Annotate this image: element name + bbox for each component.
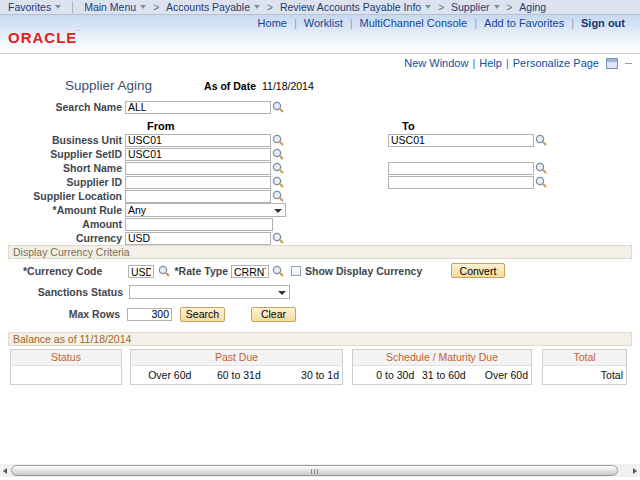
currency-lookup-icon[interactable] bbox=[272, 232, 285, 244]
supplier-id-from-input[interactable] bbox=[125, 176, 271, 189]
search-name-lookup-icon[interactable] bbox=[272, 101, 285, 113]
show-display-currency-checkbox[interactable] bbox=[291, 266, 301, 276]
breadcrumb-item-review-ap-info[interactable]: Review Accounts Payable Info bbox=[275, 1, 436, 13]
balance-grid: Status Past Due Over 60d 60 to 31d 30 to… bbox=[10, 349, 640, 385]
rate-type-input[interactable] bbox=[231, 265, 269, 278]
convert-button[interactable]: Convert bbox=[451, 263, 505, 278]
schedule-col-0to30: 0 to 30d bbox=[353, 366, 417, 384]
status-group-header: Status bbox=[11, 350, 121, 366]
help-link[interactable]: Help bbox=[476, 57, 505, 69]
amount-rule-select[interactable]: Any bbox=[125, 203, 286, 217]
breadcrumb-separator-icon: > bbox=[151, 2, 161, 13]
scrollbar-thumb[interactable] bbox=[11, 465, 618, 476]
supplier-id-to-lookup-icon[interactable] bbox=[535, 176, 548, 188]
breadcrumb-item-label: Review Accounts Payable Info bbox=[280, 1, 421, 13]
currency-criteria-row: *Currency Code *Rate Type Show Display C… bbox=[0, 263, 640, 279]
breadcrumb-separator-icon: > bbox=[265, 2, 275, 13]
business-unit-from-input[interactable] bbox=[125, 134, 271, 147]
short-name-to-input[interactable] bbox=[388, 162, 534, 175]
multichannel-console-link[interactable]: MultiChannel Console bbox=[353, 17, 475, 29]
from-to-header-row: From To bbox=[0, 120, 640, 133]
amount-rule-label: *Amount Rule bbox=[0, 204, 125, 216]
currency-code-input[interactable] bbox=[128, 265, 154, 278]
business-unit-from-lookup-icon[interactable] bbox=[272, 134, 285, 146]
worklist-link[interactable]: Worklist bbox=[297, 17, 350, 29]
schedule-col-31to60: 31 to 60d bbox=[417, 366, 468, 384]
breadcrumb-item-label: Accounts Payable bbox=[166, 1, 250, 13]
field-row-supplier-setid: Supplier SetID bbox=[0, 147, 640, 161]
new-window-link[interactable]: New Window bbox=[401, 57, 471, 69]
scrollbar-grip-icon bbox=[311, 469, 319, 474]
breadcrumb-separator-icon: > bbox=[505, 2, 515, 13]
breadcrumb-item-accounts-payable[interactable]: Accounts Payable bbox=[161, 1, 265, 13]
page-links-bar: New Window | Help | Personalize Page bbox=[0, 57, 632, 69]
max-rows-row: Max Rows Search Clear bbox=[0, 306, 640, 322]
clear-button[interactable]: Clear bbox=[251, 307, 296, 322]
business-unit-to-input[interactable] bbox=[388, 134, 534, 147]
page-content: New Window | Help | Personalize Page Sup… bbox=[0, 57, 640, 385]
breadcrumb-item-aging[interactable]: Aging bbox=[514, 1, 551, 13]
amount-input[interactable] bbox=[125, 218, 273, 231]
currency-input[interactable] bbox=[125, 232, 271, 245]
schedule-col-over60: Over 60d bbox=[469, 366, 531, 384]
portal-links: Home | Worklist | MultiChannel Console |… bbox=[251, 17, 632, 29]
sanctions-status-select[interactable] bbox=[129, 285, 290, 299]
business-unit-to-lookup-icon[interactable] bbox=[535, 134, 548, 146]
chevron-down-icon bbox=[140, 5, 146, 9]
as-of-date-label: As of Date bbox=[204, 80, 256, 92]
short-name-from-lookup-icon[interactable] bbox=[272, 162, 285, 174]
rate-type-lookup-icon[interactable] bbox=[272, 265, 285, 277]
favorites-menu[interactable]: Favorites bbox=[0, 1, 66, 13]
from-column-header: From bbox=[147, 120, 175, 132]
max-rows-input[interactable] bbox=[127, 308, 172, 321]
field-row-amount-rule: *Amount Rule Any bbox=[0, 203, 640, 217]
breadcrumb: Favorites Main Menu > Accounts Payable >… bbox=[0, 0, 640, 15]
total-subheaders: Total bbox=[543, 366, 626, 384]
collapse-dash-icon bbox=[625, 63, 632, 64]
sanctions-status-label: Sanctions Status bbox=[0, 286, 126, 298]
scroll-left-icon[interactable] bbox=[0, 464, 10, 477]
currency-code-label: *Currency Code bbox=[23, 265, 102, 277]
status-group: Status bbox=[10, 349, 122, 385]
add-to-favorites-link[interactable]: Add to Favorites bbox=[477, 17, 571, 29]
supplier-setid-input[interactable] bbox=[125, 148, 271, 161]
dropdown-arrow-icon bbox=[274, 209, 282, 213]
chevron-down-icon bbox=[55, 5, 61, 9]
display-currency-section-header: Display Currency Criteria bbox=[8, 245, 632, 259]
supplier-location-lookup-icon[interactable] bbox=[272, 190, 285, 202]
sanctions-status-row: Sanctions Status bbox=[0, 285, 640, 299]
search-name-label: Search Name bbox=[0, 101, 125, 113]
supplier-location-input[interactable] bbox=[125, 190, 271, 203]
horizontal-scrollbar[interactable] bbox=[0, 464, 640, 477]
short-name-label: Short Name bbox=[0, 162, 125, 174]
favorites-label: Favorites bbox=[8, 1, 51, 13]
status-empty-cell bbox=[11, 366, 121, 384]
schedule-maturity-group: Schedule / Maturity Due 0 to 30d 31 to 6… bbox=[352, 349, 532, 385]
short-name-from-input[interactable] bbox=[125, 162, 271, 175]
rate-type-label: *Rate Type bbox=[170, 265, 228, 277]
supplier-id-from-lookup-icon[interactable] bbox=[272, 176, 285, 188]
field-row-business-unit: Business Unit bbox=[0, 133, 640, 147]
schedule-maturity-group-header: Schedule / Maturity Due bbox=[353, 350, 531, 366]
past-due-group: Past Due Over 60d 60 to 31d 30 to 1d bbox=[130, 349, 343, 385]
short-name-to-lookup-icon[interactable] bbox=[535, 162, 548, 174]
breadcrumb-item-main-menu[interactable]: Main Menu bbox=[79, 1, 151, 13]
total-group: Total Total bbox=[542, 349, 627, 385]
supplier-setid-lookup-icon[interactable] bbox=[272, 148, 285, 160]
personalize-layout-icon[interactable] bbox=[606, 58, 618, 69]
scroll-right-icon[interactable] bbox=[630, 464, 640, 477]
past-due-subheaders: Over 60d 60 to 31d 30 to 1d bbox=[131, 366, 342, 384]
search-name-input[interactable] bbox=[125, 101, 271, 114]
amount-rule-value: Any bbox=[128, 204, 146, 216]
title-row: Supplier Aging As of Date 11/18/2014 bbox=[0, 78, 640, 94]
show-display-currency-label: Show Display Currency bbox=[305, 265, 422, 277]
supplier-id-to-input[interactable] bbox=[388, 176, 534, 189]
search-button[interactable]: Search bbox=[180, 307, 225, 322]
sign-out-link[interactable]: Sign out bbox=[574, 17, 632, 29]
personalize-page-link[interactable]: Personalize Page bbox=[510, 57, 602, 69]
amount-label: Amount bbox=[0, 218, 125, 230]
balance-section-header: Balance as of 11/18/2014 bbox=[8, 332, 632, 346]
home-link[interactable]: Home bbox=[251, 17, 294, 29]
breadcrumb-item-supplier[interactable]: Supplier bbox=[446, 1, 505, 13]
header-band: Home | Worklist | MultiChannel Console |… bbox=[0, 15, 640, 54]
